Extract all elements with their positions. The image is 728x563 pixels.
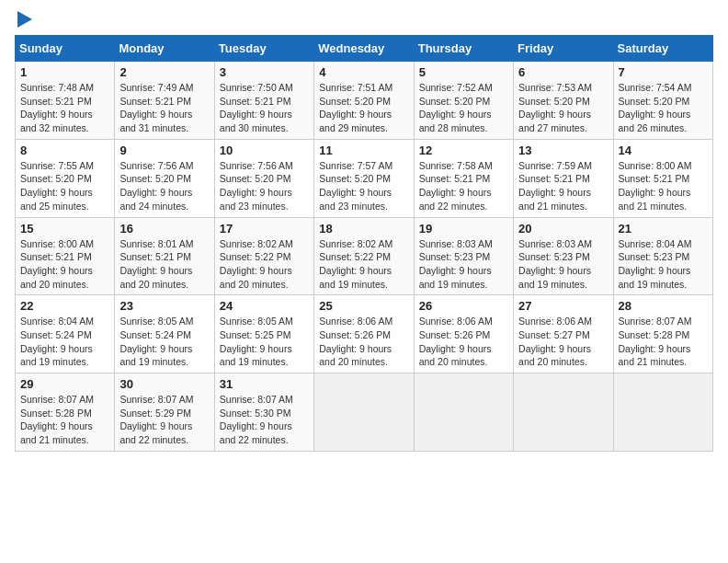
calendar-body: 1Sunrise: 7:48 AMSunset: 5:21 PMDaylight…	[16, 62, 713, 452]
day-number: 1	[20, 65, 109, 79]
day-info: Sunrise: 8:07 AMSunset: 5:29 PMDaylight:…	[119, 393, 209, 447]
day-number: 18	[319, 222, 408, 236]
day-number: 24	[220, 299, 309, 313]
calendar-day-cell: 10Sunrise: 7:56 AMSunset: 5:20 PMDayligh…	[214, 139, 313, 217]
day-info: Sunrise: 8:03 AMSunset: 5:23 PMDaylight:…	[419, 237, 508, 292]
calendar-day-cell: 29Sunrise: 8:07 AMSunset: 5:28 PMDayligh…	[16, 373, 115, 452]
day-info: Sunrise: 7:56 AMSunset: 5:20 PMDaylight:…	[119, 159, 209, 213]
day-info: Sunrise: 8:00 AMSunset: 5:21 PMDaylight:…	[619, 159, 708, 213]
calendar-day-cell: 28Sunrise: 8:07 AMSunset: 5:28 PMDayligh…	[613, 295, 712, 373]
day-number: 28	[619, 299, 708, 313]
calendar-day-cell: 8Sunrise: 7:55 AMSunset: 5:20 PMDaylight…	[16, 139, 115, 217]
calendar-day-cell: 22Sunrise: 8:04 AMSunset: 5:24 PMDayligh…	[16, 295, 115, 373]
day-number: 27	[518, 299, 608, 313]
calendar-week-row: 8Sunrise: 7:55 AMSunset: 5:20 PMDaylight…	[16, 139, 713, 217]
calendar-day-cell: 7Sunrise: 7:54 AMSunset: 5:20 PMDaylight…	[613, 62, 712, 140]
calendar-day-cell: 4Sunrise: 7:51 AMSunset: 5:20 PMDaylight…	[314, 62, 414, 140]
day-info: Sunrise: 8:04 AMSunset: 5:23 PMDaylight:…	[619, 237, 708, 292]
day-number: 2	[119, 65, 209, 79]
calendar-day-cell	[314, 373, 414, 452]
day-info: Sunrise: 7:51 AMSunset: 5:20 PMDaylight:…	[319, 81, 408, 135]
day-of-week-header: Thursday	[414, 36, 513, 62]
day-info: Sunrise: 8:07 AMSunset: 5:28 PMDaylight:…	[619, 315, 708, 369]
day-of-week-header: Saturday	[613, 36, 712, 62]
day-info: Sunrise: 8:02 AMSunset: 5:22 PMDaylight:…	[319, 237, 408, 292]
day-number: 17	[220, 222, 309, 236]
day-info: Sunrise: 7:56 AMSunset: 5:20 PMDaylight:…	[220, 159, 309, 213]
calendar-day-cell: 26Sunrise: 8:06 AMSunset: 5:26 PMDayligh…	[414, 295, 513, 373]
calendar-week-row: 22Sunrise: 8:04 AMSunset: 5:24 PMDayligh…	[16, 295, 713, 373]
day-number: 19	[419, 222, 508, 236]
day-number: 9	[119, 144, 209, 157]
day-info: Sunrise: 8:00 AMSunset: 5:21 PMDaylight:…	[20, 237, 109, 292]
day-info: Sunrise: 8:07 AMSunset: 5:28 PMDaylight:…	[20, 393, 109, 447]
day-info: Sunrise: 8:05 AMSunset: 5:24 PMDaylight:…	[119, 315, 209, 369]
day-info: Sunrise: 7:53 AMSunset: 5:20 PMDaylight:…	[518, 81, 608, 135]
day-info: Sunrise: 8:03 AMSunset: 5:23 PMDaylight:…	[518, 237, 608, 292]
day-info: Sunrise: 7:57 AMSunset: 5:20 PMDaylight:…	[319, 159, 408, 213]
page-header	[15, 15, 713, 28]
day-info: Sunrise: 8:04 AMSunset: 5:24 PMDaylight:…	[20, 315, 109, 369]
calendar-day-cell: 18Sunrise: 8:02 AMSunset: 5:22 PMDayligh…	[314, 217, 414, 295]
calendar-day-cell: 30Sunrise: 8:07 AMSunset: 5:29 PMDayligh…	[115, 373, 214, 452]
calendar-day-cell: 13Sunrise: 7:59 AMSunset: 5:21 PMDayligh…	[514, 139, 613, 217]
day-info: Sunrise: 7:54 AMSunset: 5:20 PMDaylight:…	[619, 81, 708, 135]
day-info: Sunrise: 8:07 AMSunset: 5:30 PMDaylight:…	[220, 393, 309, 447]
calendar-day-cell: 9Sunrise: 7:56 AMSunset: 5:20 PMDaylight…	[115, 139, 214, 217]
day-number: 4	[319, 65, 408, 79]
calendar-day-cell: 16Sunrise: 8:01 AMSunset: 5:21 PMDayligh…	[115, 217, 214, 295]
calendar-day-cell	[414, 373, 513, 452]
day-number: 11	[319, 144, 408, 157]
calendar-day-cell: 25Sunrise: 8:06 AMSunset: 5:26 PMDayligh…	[314, 295, 414, 373]
day-number: 21	[619, 222, 708, 236]
calendar-day-cell: 23Sunrise: 8:05 AMSunset: 5:24 PMDayligh…	[115, 295, 214, 373]
day-number: 25	[319, 299, 408, 313]
day-of-week-header: Monday	[115, 36, 214, 62]
day-number: 10	[220, 144, 309, 157]
calendar-day-cell: 31Sunrise: 8:07 AMSunset: 5:30 PMDayligh…	[214, 373, 313, 452]
calendar-day-cell: 11Sunrise: 7:57 AMSunset: 5:20 PMDayligh…	[314, 139, 414, 217]
day-of-week-header: Wednesday	[314, 36, 414, 62]
calendar-day-cell: 20Sunrise: 8:03 AMSunset: 5:23 PMDayligh…	[514, 217, 613, 295]
calendar-day-cell: 6Sunrise: 7:53 AMSunset: 5:20 PMDaylight…	[514, 62, 613, 140]
day-number: 13	[518, 144, 608, 157]
day-info: Sunrise: 7:50 AMSunset: 5:21 PMDaylight:…	[220, 81, 309, 135]
calendar-week-row: 1Sunrise: 7:48 AMSunset: 5:21 PMDaylight…	[16, 62, 713, 140]
day-number: 23	[119, 299, 209, 313]
day-number: 29	[20, 377, 109, 391]
day-number: 3	[220, 65, 309, 79]
calendar-day-cell: 24Sunrise: 8:05 AMSunset: 5:25 PMDayligh…	[214, 295, 313, 373]
calendar-day-cell: 1Sunrise: 7:48 AMSunset: 5:21 PMDaylight…	[16, 62, 115, 140]
day-info: Sunrise: 8:01 AMSunset: 5:21 PMDaylight:…	[119, 237, 209, 292]
calendar-day-cell: 27Sunrise: 8:06 AMSunset: 5:27 PMDayligh…	[514, 295, 613, 373]
day-info: Sunrise: 7:58 AMSunset: 5:21 PMDaylight:…	[419, 159, 508, 213]
day-number: 30	[119, 377, 209, 391]
day-number: 20	[518, 222, 608, 236]
day-info: Sunrise: 7:52 AMSunset: 5:20 PMDaylight:…	[419, 81, 508, 135]
day-info: Sunrise: 7:59 AMSunset: 5:21 PMDaylight:…	[518, 159, 608, 213]
day-info: Sunrise: 8:02 AMSunset: 5:22 PMDaylight:…	[220, 237, 309, 292]
calendar-day-cell: 3Sunrise: 7:50 AMSunset: 5:21 PMDaylight…	[214, 62, 313, 140]
calendar-day-cell: 17Sunrise: 8:02 AMSunset: 5:22 PMDayligh…	[214, 217, 313, 295]
calendar-day-cell: 21Sunrise: 8:04 AMSunset: 5:23 PMDayligh…	[613, 217, 712, 295]
calendar-day-cell: 12Sunrise: 7:58 AMSunset: 5:21 PMDayligh…	[414, 139, 513, 217]
day-info: Sunrise: 8:06 AMSunset: 5:27 PMDaylight:…	[518, 315, 608, 369]
calendar-day-cell: 19Sunrise: 8:03 AMSunset: 5:23 PMDayligh…	[414, 217, 513, 295]
day-number: 16	[119, 222, 209, 236]
day-info: Sunrise: 7:55 AMSunset: 5:20 PMDaylight:…	[20, 159, 109, 213]
calendar-week-row: 29Sunrise: 8:07 AMSunset: 5:28 PMDayligh…	[16, 373, 713, 452]
calendar-header-row: SundayMondayTuesdayWednesdayThursdayFrid…	[16, 36, 713, 62]
day-info: Sunrise: 7:48 AMSunset: 5:21 PMDaylight:…	[20, 81, 109, 135]
day-number: 8	[20, 144, 109, 157]
day-info: Sunrise: 8:06 AMSunset: 5:26 PMDaylight:…	[419, 315, 508, 369]
day-number: 7	[619, 65, 708, 79]
day-number: 5	[419, 65, 508, 79]
calendar-day-cell	[514, 373, 613, 452]
calendar-week-row: 15Sunrise: 8:00 AMSunset: 5:21 PMDayligh…	[16, 217, 713, 295]
calendar-day-cell: 5Sunrise: 7:52 AMSunset: 5:20 PMDaylight…	[414, 62, 513, 140]
day-number: 14	[619, 144, 708, 157]
calendar-table: SundayMondayTuesdayWednesdayThursdayFrid…	[15, 35, 713, 452]
calendar-day-cell	[613, 373, 712, 452]
calendar-day-cell: 14Sunrise: 8:00 AMSunset: 5:21 PMDayligh…	[613, 139, 712, 217]
day-info: Sunrise: 8:05 AMSunset: 5:25 PMDaylight:…	[220, 315, 309, 369]
